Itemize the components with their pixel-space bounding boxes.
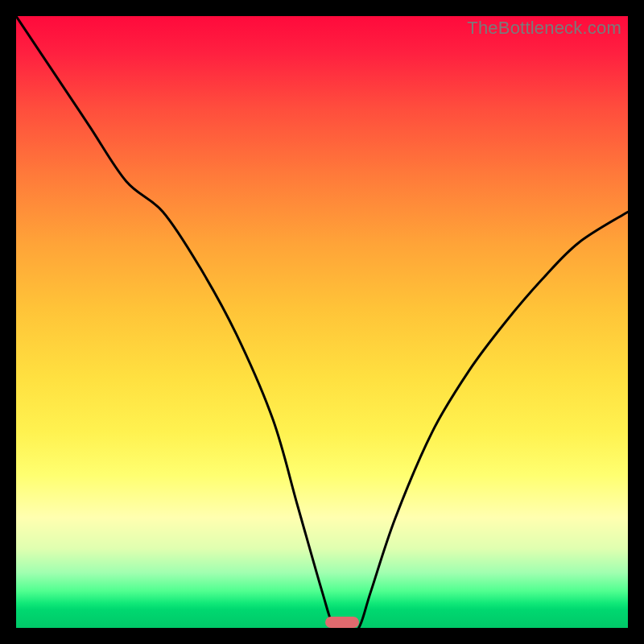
chart-container: TheBottleneck.com	[0, 0, 644, 644]
optimum-marker	[325, 617, 359, 628]
curve-svg	[16, 16, 628, 628]
bottleneck-curve	[16, 16, 628, 628]
plot-area: TheBottleneck.com	[16, 16, 628, 628]
